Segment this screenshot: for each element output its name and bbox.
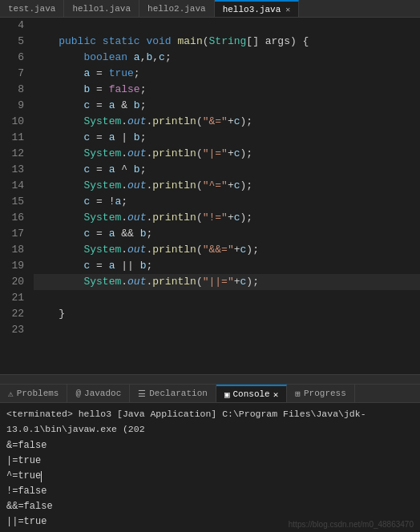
code-line (34, 18, 420, 34)
progress-icon: ⊞ (295, 389, 301, 399)
tab-progress[interactable]: ⊞ Progress (287, 385, 354, 402)
tab-declaration-label: Declaration (149, 389, 208, 398)
text-cursor (41, 471, 42, 482)
code-line: boolean a,b,c; (34, 50, 420, 66)
tab-label: hello3.java (223, 5, 281, 14)
tab-console-label: Console (233, 389, 270, 399)
code-line: c = !a; (34, 194, 420, 210)
tab-javadoc-label: Javadoc (84, 389, 121, 398)
code-line: System.out.println("^="+c); (34, 178, 420, 194)
code-line: System.out.println("&&="+c); (34, 242, 420, 258)
tab-console[interactable]: ▣ Console ✕ (216, 385, 287, 402)
close-icon[interactable]: ✕ (273, 389, 279, 400)
console-line: !=false (6, 484, 414, 499)
code-line: System.out.println("&="+c); (34, 114, 420, 130)
code-line: System.out.println("!="+c); (34, 210, 420, 226)
console-terminated-line: <terminated> hello3 [Java Application] C… (6, 406, 414, 437)
code-line (34, 290, 420, 306)
code-line: c = a && b; (34, 226, 420, 242)
tab-hello3-java[interactable]: hello3.java ✕ (215, 0, 300, 17)
tab-problems-label: Problems (17, 389, 59, 398)
console-icon: ▣ (224, 389, 230, 400)
code-line: c = a | b; (34, 130, 420, 146)
code-editor: 4 5 6 7 8 9 10 11 12 13 14 15 16 17 18 1… (0, 18, 420, 384)
close-icon[interactable]: ✕ (285, 5, 290, 14)
code-line: c = a ^ b; (34, 162, 420, 178)
problems-icon: ⚠ (8, 389, 14, 399)
line-numbers: 4 5 6 7 8 9 10 11 12 13 14 15 16 17 18 1… (0, 18, 30, 374)
tab-javadoc[interactable]: @ Javadoc (67, 385, 130, 402)
horizontal-scrollbar[interactable] (0, 374, 420, 384)
panel-tab-bar: ⚠ Problems @ Javadoc ☰ Declaration ▣ Con… (0, 384, 420, 403)
console-line: ||=true (6, 514, 414, 530)
tab-test-java[interactable]: test.java (0, 0, 64, 17)
code-line: public static void main(String[] args) { (34, 34, 420, 50)
code-line: c = a & b; (34, 98, 420, 114)
code-line: a = true; (34, 66, 420, 82)
console-line: &=false (6, 438, 414, 453)
code-line: c = a || b; (34, 258, 420, 274)
code-line: System.out.println("||="+c); (34, 274, 420, 290)
tab-hello2-java[interactable]: hello2.java (139, 0, 215, 17)
tab-bar: test.java hello1.java hello2.java hello3… (0, 0, 420, 18)
code-line: System.out.println("|="+c); (34, 146, 420, 162)
console-output: <terminated> hello3 [Java Application] C… (0, 403, 420, 532)
code-line (34, 322, 420, 338)
tab-hello1-java[interactable]: hello1.java (64, 0, 139, 17)
tab-progress-label: Progress (304, 389, 346, 398)
bottom-panel: ⚠ Problems @ Javadoc ☰ Declaration ▣ Con… (0, 384, 420, 532)
tab-declaration[interactable]: ☰ Declaration (130, 385, 216, 402)
code-content[interactable]: public static void main(String[] args) {… (30, 18, 420, 374)
tab-label: hello1.java (72, 4, 131, 14)
tab-problems[interactable]: ⚠ Problems (0, 385, 67, 402)
declaration-icon: ☰ (138, 389, 146, 399)
code-line: } (34, 306, 420, 322)
tab-label: hello2.java (147, 4, 206, 14)
console-line: ^=true (6, 469, 414, 484)
javadoc-icon: @ (75, 389, 81, 398)
console-line: |=true (6, 453, 414, 469)
tab-label: test.java (8, 4, 55, 14)
code-line: b = false; (34, 82, 420, 98)
console-line: &&=false (6, 499, 414, 514)
